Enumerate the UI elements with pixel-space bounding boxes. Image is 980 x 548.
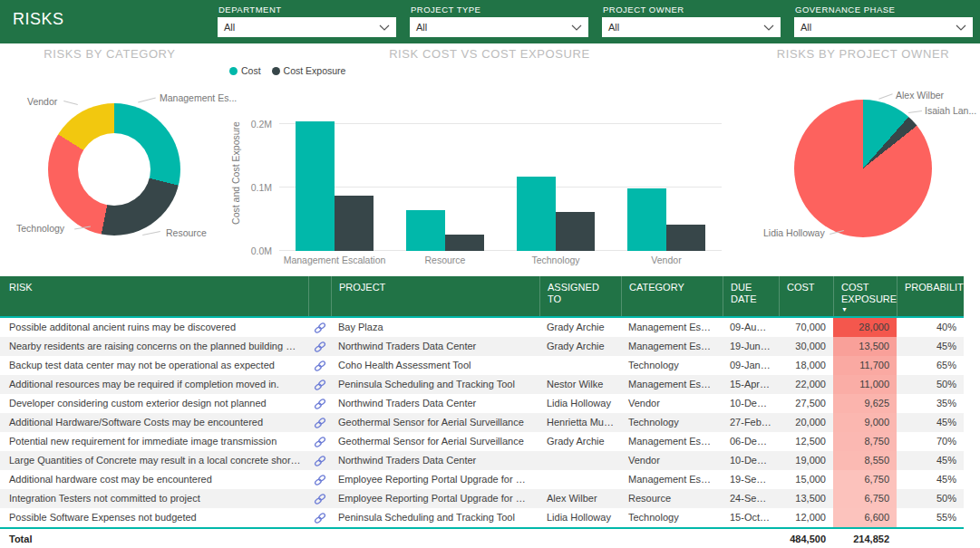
cell-assigned-to: Grady Archie [539,432,621,451]
cell-due-date: 10-Dec-19 [723,451,779,470]
y-tick-label: 0.1M [239,182,272,193]
risk-link[interactable] [308,394,331,413]
column-header-label: COST EXPOSURE [841,282,889,305]
risk-link[interactable] [308,318,331,337]
table-row[interactable]: Potential new requirement for immediate … [0,432,964,451]
column-header-project[interactable]: PROJECT [331,276,539,316]
cell-risk: Additional resources may be required if … [0,375,308,394]
cell-due-date: 15-Apr-20 [723,375,779,394]
column-header-risk[interactable]: RISK [0,276,308,316]
cell-category: Management Escalation [621,432,723,451]
table-row[interactable]: Integration Testers not committed to pro… [0,489,964,508]
chevron-down-icon [379,24,390,31]
risk-link[interactable] [308,451,331,470]
cell-risk: Nearby residents are raising concerns on… [0,337,308,356]
column-header-assigned-to[interactable]: ASSIGNED TO [539,276,621,316]
column-header-category[interactable]: CATEGORY [621,276,723,316]
cell-assigned-to [539,470,621,489]
legend-dot-icon [272,67,280,75]
cell-assigned-to [539,451,621,470]
cell-project: Peninsula Scheduling and Tracking Tool [331,508,539,527]
total-empty-cell [539,529,621,548]
risk-link[interactable] [308,508,331,527]
filter-dropdown-project-owner[interactable]: All [602,17,781,37]
legend-item-cost[interactable]: Cost [229,65,261,76]
y-tick-label: 0.2M [239,119,272,130]
bar-cost-technology[interactable] [517,177,556,251]
cell-assigned-to [539,356,621,375]
table-row[interactable]: Possible Software Expenses not budgetedP… [0,508,964,527]
cell-category: Management Escalation [621,375,723,394]
bar-cost-management-escalation[interactable] [296,121,335,251]
cell-category: Management Escalation [621,318,723,337]
slice-label-lidia-holloway: Lidia Holloway [763,227,825,238]
cell-cost-exposure: 11,000 [833,375,897,394]
risk-link[interactable] [308,356,331,375]
column-header-cost[interactable]: COST [779,276,833,316]
cell-cost-exposure: 6,750 [833,489,897,508]
cell-cost: 12,000 [779,508,833,527]
risks-by-project-owner-pie-chart[interactable] [794,100,932,237]
cell-project: Bay Plaza [331,318,539,337]
bar-cost-exposure-management-escalation[interactable] [335,196,374,251]
column-header-link [308,276,331,316]
filter-label: GOVERNANCE PHASE [795,5,973,14]
table-row[interactable]: Large Quantities of Concrete may result … [0,451,964,470]
leader-line [908,111,922,113]
risk-link[interactable] [308,413,331,432]
cell-risk: Additional hardware cost may be encounte… [0,470,308,489]
bar-cost-exposure-resource[interactable] [445,235,484,251]
total-cost: 484,500 [779,529,833,548]
column-header-due-date[interactable]: DUE DATE [723,276,779,316]
column-header-cost-exposure[interactable]: COST EXPOSURE▼ [833,276,897,316]
filter-dropdown-governance-phase[interactable]: All [794,17,973,37]
table-row[interactable]: Additional hardware cost may be encounte… [0,470,964,489]
table-row[interactable]: Additional resources may be required if … [0,375,964,394]
cell-cost-exposure: 6,750 [833,470,897,489]
table-row[interactable]: Additional Hardware/Software Costs may b… [0,413,964,432]
filter-governance-phase: GOVERNANCE PHASEAll [794,0,973,43]
filter-dropdown-project-type[interactable]: All [410,17,588,37]
total-cost-exposure: 214,852 [833,529,897,548]
table-row[interactable]: Nearby residents are raising concerns on… [0,337,964,356]
slice-label-isaiah-lan: Isaiah Lan... [925,105,976,116]
table-body: Possible additonal ancient ruins may be … [0,318,964,527]
bar-cost-vendor[interactable] [627,188,666,251]
risks-table: RISKPROJECTASSIGNED TOCATEGORYDUE DATECO… [0,276,964,548]
filter-dropdown-department[interactable]: All [218,17,396,37]
column-header-probability[interactable]: PROBABILITY [897,276,964,316]
filter-label: DEPARTMENT [218,5,396,14]
cell-risk: Possible Software Expenses not budgeted [0,508,308,527]
table-row[interactable]: Backup test data center may not be opera… [0,356,964,375]
chevron-down-icon [763,24,774,31]
table-row[interactable]: Possible additonal ancient ruins may be … [0,318,964,337]
cell-cost: 30,000 [779,337,833,356]
cell-category: Technology [621,356,723,375]
slice-label-vendor: Vendor [27,96,57,107]
cell-project: Northwind Traders Data Center [331,394,539,413]
bar-cost-resource[interactable] [406,210,445,251]
cell-risk: Possible additonal ancient ruins may be … [0,318,308,337]
risk-link[interactable] [308,489,331,508]
slice-label-technology: Technology [16,223,64,234]
cell-cost: 22,000 [779,375,833,394]
table-row[interactable]: Developer considering custom exterior de… [0,394,964,413]
bar-cost-exposure-technology[interactable] [556,212,595,251]
risks-by-category-donut-chart[interactable] [48,103,180,236]
legend-item-cost-exposure[interactable]: Cost Exposure [272,65,346,76]
total-label: Total [0,529,308,548]
cell-category: Resource [621,489,723,508]
link-icon [314,455,326,467]
bar-group-management-escalation [295,111,374,251]
page-title: RISKS [13,10,64,29]
bar-cost-exposure-vendor[interactable] [666,225,705,251]
cell-cost: 70,000 [779,318,833,337]
x-axis-labels: Management EscalationResourceTechnologyV… [279,255,722,265]
risk-link[interactable] [308,337,331,356]
risk-link[interactable] [308,470,331,489]
cell-project: Peninsula Scheduling and Tracking Tool [331,375,539,394]
leader-line [142,231,160,236]
filter-selected-value: All [224,22,235,33]
risk-link[interactable] [308,432,331,451]
risk-link[interactable] [308,375,331,394]
